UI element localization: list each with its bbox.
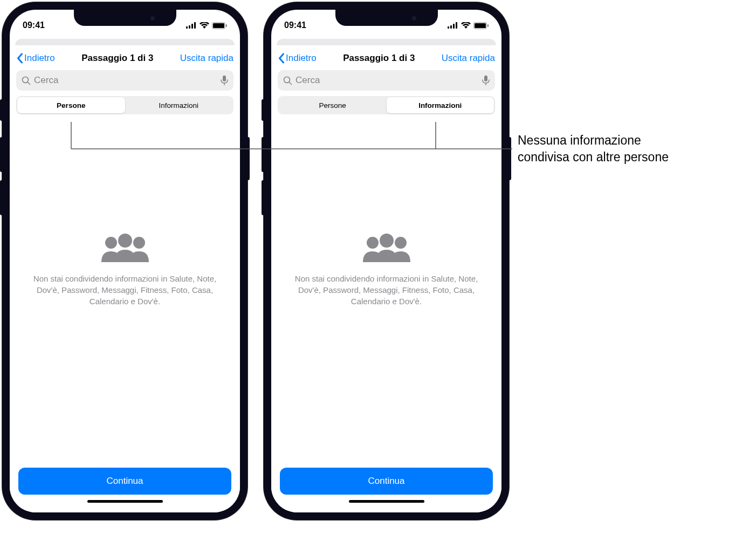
tab-people[interactable]: Persone <box>17 97 125 113</box>
svg-point-11 <box>105 237 117 249</box>
svg-rect-16 <box>453 24 455 29</box>
people-group-icon <box>98 232 152 263</box>
notch <box>74 10 176 26</box>
svg-rect-1 <box>189 25 190 29</box>
phone-right: 09:41 Indietro Passaggio 1 di 3 Uscita r… <box>264 2 509 520</box>
continue-button[interactable]: Continua <box>280 468 493 495</box>
svg-rect-14 <box>448 26 449 29</box>
home-indicator[interactable] <box>87 500 163 503</box>
empty-state-text: Non stai condividendo informazioni in Sa… <box>286 273 486 307</box>
tab-information[interactable]: Informazioni <box>125 97 233 113</box>
page-title: Passaggio 1 di 3 <box>343 53 415 64</box>
chevron-left-icon <box>16 53 23 64</box>
svg-rect-3 <box>194 22 196 29</box>
empty-state: Non stai condividendo informazioni in Sa… <box>10 71 240 468</box>
chevron-left-icon <box>278 53 285 64</box>
svg-rect-2 <box>191 24 193 29</box>
segmented-control: Persone Informazioni <box>16 96 233 114</box>
back-button[interactable]: Indietro <box>16 53 55 64</box>
back-label: Indietro <box>24 53 55 64</box>
svg-rect-20 <box>487 24 489 27</box>
empty-state: Non stai condividendo informazioni in Sa… <box>271 71 501 468</box>
svg-rect-17 <box>456 22 457 29</box>
svg-point-27 <box>395 237 407 249</box>
nav-bar: Indietro Passaggio 1 di 3 Uscita rapida <box>271 45 501 69</box>
svg-point-13 <box>133 237 145 249</box>
quick-exit-button[interactable]: Uscita rapida <box>442 53 495 64</box>
cellular-icon <box>186 22 197 29</box>
notch <box>335 10 438 26</box>
svg-rect-19 <box>475 23 486 28</box>
nav-bar: Indietro Passaggio 1 di 3 Uscita rapida <box>10 45 240 69</box>
quick-exit-button[interactable]: Uscita rapida <box>180 53 233 64</box>
svg-rect-15 <box>450 25 452 29</box>
home-indicator[interactable] <box>349 500 424 503</box>
svg-point-26 <box>380 234 394 248</box>
continue-button[interactable]: Continua <box>18 468 231 495</box>
svg-rect-6 <box>226 24 227 27</box>
wifi-icon <box>461 22 471 29</box>
cellular-icon <box>448 22 458 29</box>
battery-icon <box>212 22 227 29</box>
empty-state-text: Non stai condividendo informazioni in Sa… <box>25 273 225 307</box>
tab-people[interactable]: Persone <box>279 97 387 113</box>
svg-point-25 <box>367 237 379 249</box>
status-time: 09:41 <box>284 20 306 30</box>
wifi-icon <box>200 22 209 29</box>
svg-rect-5 <box>213 23 224 28</box>
svg-rect-0 <box>186 26 188 29</box>
callout-annotation: Nessuna informazione condivisa con altre… <box>518 132 669 166</box>
tab-information[interactable]: Informazioni <box>387 97 494 113</box>
status-time: 09:41 <box>23 20 45 30</box>
battery-icon <box>473 22 489 29</box>
people-group-icon <box>360 232 414 263</box>
svg-point-12 <box>118 234 132 248</box>
page-title: Passaggio 1 di 3 <box>81 53 153 64</box>
segmented-control: Persone Informazioni <box>278 96 495 114</box>
back-label: Indietro <box>286 53 317 64</box>
phone-left: 09:41 Indietro Passaggio 1 di 3 Uscita r… <box>2 2 248 520</box>
back-button[interactable]: Indietro <box>278 53 317 64</box>
